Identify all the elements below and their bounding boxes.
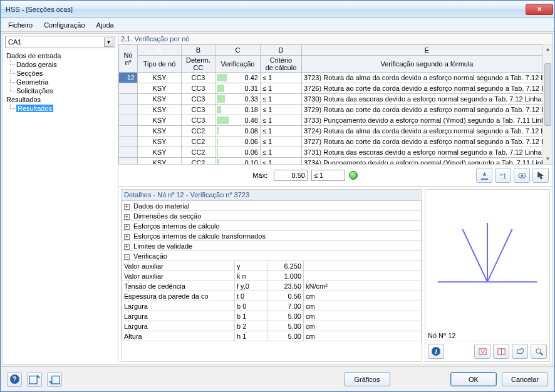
window-title: HSS - [Secções ocas] — [6, 6, 73, 13]
col-verif[interactable]: Verificação — [215, 56, 261, 73]
detail-category[interactable]: + Limites de validade — [122, 241, 422, 251]
titlebar: HSS - [Secções ocas] ✕ — [1, 1, 554, 18]
detail-category[interactable]: + Esforços internos de cálculo transform… — [122, 231, 422, 241]
svg-point-10 — [536, 348, 541, 353]
table-row[interactable]: KSYCC20.06≤ 13731) Rotura das escoras de… — [119, 147, 552, 158]
table-row[interactable]: KSYCC20.06≤ 13727) Rotura ao corte da co… — [119, 137, 552, 147]
expand-icon[interactable]: + — [124, 244, 130, 250]
menu-help[interactable]: Ajuda — [91, 20, 119, 30]
tool-filter-button[interactable] — [476, 168, 492, 183]
results-grid-wrap: Nó nº A B C D E Tipo de nó Determ. CC Ve… — [118, 44, 552, 165]
table-row[interactable]: KSYCC20.10≤ 13734) Punçoamento devido a … — [119, 158, 552, 165]
menu-config[interactable]: Configuração — [39, 20, 90, 30]
expand-icon[interactable]: + — [124, 214, 130, 220]
results-grid[interactable]: Nó nº A B C D E Tipo de nó Determ. CC Ve… — [118, 44, 552, 165]
svg-point-2 — [521, 174, 523, 177]
lower-pane: Detalhes - Nó nº 12 - Verificação nº 372… — [118, 187, 552, 364]
export-button[interactable] — [47, 372, 62, 387]
left-panel: CA1 ▼ Dados de entrada Dados geraisSecçõ… — [3, 34, 118, 364]
chevron-down-icon: ▼ — [104, 38, 113, 47]
table-row[interactable]: KSYCC30.31≤ 13726) Rotura ao corte da co… — [119, 83, 552, 94]
help-button[interactable]: ? — [7, 372, 22, 387]
case-combo-value: CA1 — [8, 38, 21, 46]
table-row[interactable]: KSYCC30.18≤ 13729) Rotura ao corte da co… — [119, 105, 552, 115]
collapse-icon[interactable]: − — [124, 254, 130, 260]
detail-row[interactable]: Espessura da parede da cot 00.56cm — [122, 291, 422, 301]
col-letter-c[interactable]: C — [215, 45, 261, 56]
detail-category[interactable]: + Esforços internos de cálculo — [122, 221, 422, 231]
details-panel: Detalhes - Nó nº 12 - Verificação nº 372… — [121, 189, 422, 362]
tree-item[interactable]: Solicitações — [5, 86, 118, 95]
col-formula[interactable]: Verificação segundo a fórmula — [302, 56, 552, 73]
detail-category[interactable]: − Verificação — [122, 251, 422, 261]
case-combo[interactable]: CA1 ▼ — [5, 36, 115, 48]
tree-item[interactable]: Geometria — [5, 78, 118, 86]
max-label: Máx: — [122, 172, 270, 179]
col-determ[interactable]: Determ. CC — [182, 56, 215, 73]
cancel-button[interactable]: Cancelar — [502, 372, 548, 386]
col-letter-b[interactable]: B — [182, 45, 215, 56]
svg-rect-12 — [29, 376, 37, 383]
tree-node-data[interactable]: Dados de entrada — [5, 51, 118, 60]
tool-pick-button[interactable] — [532, 168, 549, 183]
tree-item[interactable]: Dados gerais — [5, 60, 118, 69]
footer: ? Gráficos OK Cancelar — [1, 366, 554, 391]
col-node-no[interactable]: Nó nº — [119, 45, 138, 73]
table-row[interactable]: KSYCC30.48≤ 13733) Punçoamento devido a … — [119, 115, 552, 126]
detail-category[interactable]: + Dados do material — [122, 201, 422, 211]
ok-button[interactable]: OK — [450, 372, 497, 386]
scroll-thumb[interactable] — [544, 63, 551, 126]
col-tipo[interactable]: Tipo de nó — [138, 56, 182, 73]
table-row[interactable]: KSYCC30.33≤ 13730) Rotura das escoras de… — [119, 94, 552, 105]
right-panel: 2.1. Verificação por nó Nó nº A B C D E — [118, 34, 552, 364]
graphics-button[interactable]: Gráficos — [344, 372, 390, 386]
svg-rect-13 — [52, 376, 60, 383]
col-letter-a[interactable]: A — [138, 45, 182, 56]
node-diagram-icon — [425, 190, 549, 331]
expand-icon[interactable]: + — [124, 234, 130, 240]
nav-tree[interactable]: Dados de entrada Dados geraisSecçõesGeom… — [3, 50, 118, 364]
col-letter-e[interactable]: E — [302, 45, 552, 56]
detail-row[interactable]: Largurab 07.00cm — [122, 301, 422, 311]
preview-tool-2[interactable] — [493, 344, 509, 359]
preview-panel: Nó Nº 12 i — [425, 189, 550, 362]
svg-line-11 — [540, 353, 542, 355]
table-row[interactable]: KSYCC20.08≤ 13724) Rotura da alma da cor… — [119, 126, 552, 137]
detail-row[interactable]: Alturah 15.00cm — [122, 331, 422, 341]
menu-file[interactable]: Ficheiro — [3, 20, 38, 30]
tool-view-button[interactable] — [514, 168, 530, 183]
detail-row[interactable]: Valor auxiliark n1.000 — [122, 271, 422, 281]
col-crit[interactable]: Critério de cálculo — [261, 56, 302, 73]
tree-item[interactable]: Secções — [5, 69, 118, 78]
detail-category[interactable]: + Dimensões da secção — [122, 211, 422, 221]
preview-tool-3[interactable] — [512, 344, 528, 359]
expand-icon[interactable]: + — [124, 204, 130, 210]
svg-line-4 — [462, 229, 487, 282]
col-letter-d[interactable]: D — [261, 45, 302, 56]
grid-scrollbar[interactable]: ▲ ▼ — [542, 44, 552, 164]
import-button[interactable] — [27, 372, 42, 387]
tool-sort-button[interactable]: >1 — [495, 168, 511, 183]
scroll-down-icon[interactable]: ▼ — [543, 154, 552, 164]
preview-tool-1[interactable] — [474, 344, 490, 359]
detail-row[interactable]: Largurab 25.00cm — [122, 321, 422, 331]
svg-line-6 — [487, 229, 512, 282]
tree-item[interactable]: Resultados — [5, 104, 118, 113]
preview-tool-4[interactable] — [531, 344, 547, 359]
max-value-input[interactable] — [274, 170, 308, 181]
tree-node-results[interactable]: Resultados — [5, 95, 118, 104]
preview-canvas — [425, 190, 549, 331]
detail-row[interactable]: Valor auxiliarγ6.250 — [122, 261, 422, 271]
detail-row[interactable]: Tensão de cedênciaf y,023.50kN/cm² — [122, 281, 422, 291]
details-title: Detalhes - Nó nº 12 - Verificação nº 372… — [122, 190, 422, 200]
expand-icon[interactable]: + — [124, 224, 130, 230]
detail-row[interactable]: Largurab 15.00cm — [122, 311, 422, 321]
close-button[interactable]: ✕ — [526, 4, 553, 15]
table-row[interactable]: 12KSYCC30.42≤ 13723) Rotura da alma da c… — [119, 73, 552, 83]
details-table[interactable]: + Dados do material+ Dimensões da secção… — [122, 200, 422, 341]
max-row: Máx: ≤ 1 >1 — [118, 165, 552, 187]
client-area: CA1 ▼ Dados de entrada Dados geraisSecçõ… — [2, 33, 553, 365]
scroll-up-icon[interactable]: ▲ — [543, 44, 552, 54]
preview-label: Nó Nº 12 — [425, 331, 549, 341]
info-button[interactable]: i — [428, 344, 444, 359]
